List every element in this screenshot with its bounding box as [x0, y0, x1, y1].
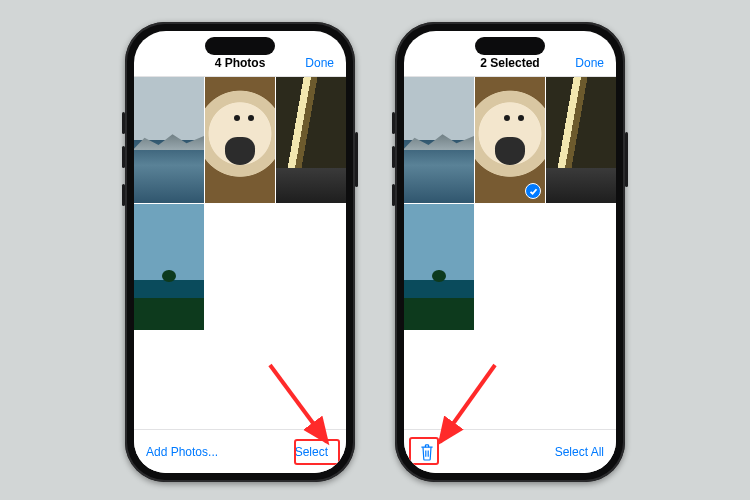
done-button[interactable]: Done [575, 56, 604, 70]
dynamic-island [475, 37, 545, 55]
nav-title: 4 Photos [215, 56, 266, 70]
trash-icon [419, 443, 435, 461]
iphone-frame-right: 2 Selected Done [395, 22, 625, 482]
nav-title: 2 Selected [480, 56, 539, 70]
photo-gallery [404, 77, 616, 387]
selection-check-icon [596, 183, 612, 199]
dynamic-island [205, 37, 275, 55]
photo-thumbnail[interactable] [134, 77, 204, 203]
iphone-frame-left: 4 Photos Done Add Photos... Select [125, 22, 355, 482]
trash-button[interactable] [416, 441, 438, 463]
done-button[interactable]: Done [305, 56, 334, 70]
photo-thumbnail[interactable] [475, 77, 545, 203]
select-all-button[interactable]: Select All [555, 445, 604, 459]
photo-thumbnail[interactable] [546, 77, 616, 203]
screen: 2 Selected Done [404, 31, 616, 473]
photo-thumbnail[interactable] [404, 77, 474, 203]
toolbar: Add Photos... Select [134, 429, 346, 473]
photo-thumbnail[interactable] [276, 77, 346, 203]
photo-gallery [134, 77, 346, 387]
photo-thumbnail[interactable] [134, 204, 204, 330]
toolbar: Select All [404, 429, 616, 473]
photo-thumbnail[interactable] [404, 204, 474, 330]
selection-check-icon [525, 183, 541, 199]
photo-thumbnail[interactable] [205, 77, 275, 203]
select-button[interactable]: Select [289, 442, 334, 462]
add-photos-button[interactable]: Add Photos... [146, 445, 218, 459]
screen: 4 Photos Done Add Photos... Select [134, 31, 346, 473]
